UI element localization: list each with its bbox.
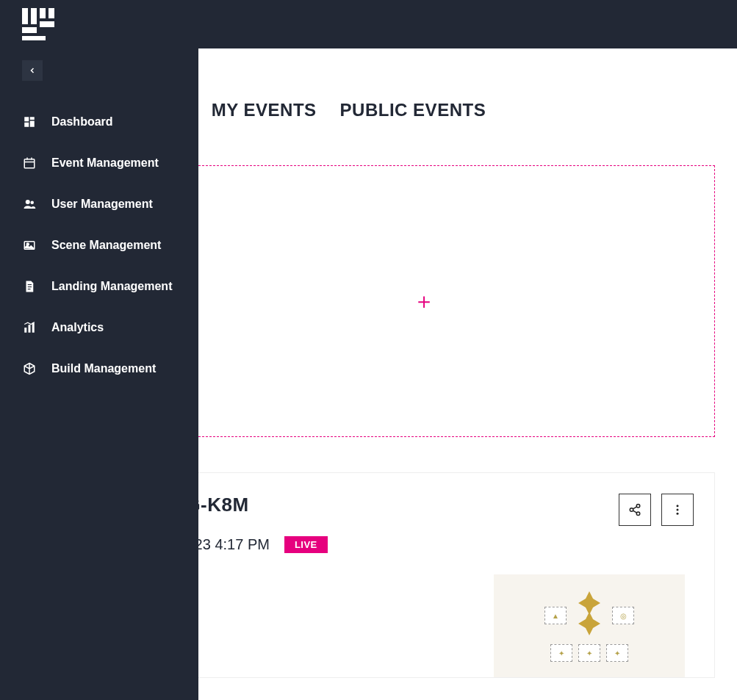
svg-rect-19 bbox=[24, 159, 35, 168]
sidebar: Dashboard Event Management User Manageme… bbox=[0, 48, 198, 700]
svg-line-10 bbox=[633, 507, 636, 509]
sidebar-item-build-management[interactable]: Build Management bbox=[0, 348, 198, 389]
svg-rect-29 bbox=[28, 289, 31, 289]
event-card: TING-K8M 0th 2023 4:17 PM LIVE bbox=[132, 472, 715, 678]
more-button[interactable] bbox=[661, 494, 694, 526]
live-badge: LIVE bbox=[284, 536, 328, 553]
tabs: TINGS MY EVENTS PUBLIC EVENTS bbox=[132, 100, 737, 129]
sidebar-item-event-management[interactable]: Event Management bbox=[0, 142, 198, 184]
svg-rect-3 bbox=[48, 8, 54, 18]
tab-my-events[interactable]: MY EVENTS bbox=[212, 100, 317, 129]
event-card-actions bbox=[619, 494, 694, 526]
sidebar-item-label: Landing Management bbox=[51, 280, 172, 293]
svg-rect-18 bbox=[24, 123, 29, 127]
svg-rect-4 bbox=[40, 21, 54, 27]
svg-point-7 bbox=[636, 505, 640, 508]
svg-rect-30 bbox=[24, 328, 26, 333]
svg-point-8 bbox=[630, 508, 633, 512]
event-thumbnail-graphic: ▲ ◎ ✦ ✦ ✦ bbox=[544, 590, 634, 662]
analytics-icon bbox=[22, 320, 37, 335]
document-icon bbox=[22, 279, 37, 294]
svg-rect-15 bbox=[24, 117, 29, 121]
sidebar-item-dashboard[interactable]: Dashboard bbox=[0, 101, 198, 142]
sidebar-item-label: Dashboard bbox=[51, 115, 113, 129]
sidebar-item-label: User Management bbox=[51, 198, 153, 211]
cube-icon bbox=[22, 361, 37, 376]
event-meta: 0th 2023 4:17 PM LIVE bbox=[154, 536, 694, 553]
plus-icon: ＋ bbox=[413, 286, 435, 317]
share-button[interactable] bbox=[619, 494, 651, 526]
event-preview: ▲ ◎ ✦ ✦ ✦ bbox=[494, 574, 685, 677]
sidebar-item-label: Build Management bbox=[51, 362, 156, 375]
svg-rect-2 bbox=[40, 8, 46, 18]
svg-rect-28 bbox=[28, 286, 32, 287]
sidebar-item-label: Event Management bbox=[51, 156, 159, 170]
create-event-card[interactable]: ＋ bbox=[132, 165, 715, 437]
dashboard-icon bbox=[22, 115, 37, 129]
image-icon bbox=[22, 238, 37, 253]
sidebar-collapse-button[interactable] bbox=[22, 60, 43, 81]
app-logo bbox=[22, 8, 54, 40]
sidebar-item-landing-management[interactable]: Landing Management bbox=[0, 266, 198, 307]
svg-rect-27 bbox=[28, 284, 32, 285]
sidebar-item-scene-management[interactable]: Scene Management bbox=[0, 225, 198, 266]
svg-rect-1 bbox=[31, 8, 37, 24]
svg-rect-5 bbox=[22, 27, 37, 33]
svg-point-13 bbox=[677, 509, 679, 511]
users-icon bbox=[22, 197, 37, 212]
svg-rect-32 bbox=[32, 322, 35, 333]
svg-line-11 bbox=[633, 510, 636, 513]
svg-point-9 bbox=[636, 512, 640, 516]
svg-rect-31 bbox=[29, 325, 31, 333]
svg-rect-0 bbox=[22, 8, 28, 24]
chevron-left-icon bbox=[28, 66, 37, 75]
sidebar-item-label: Scene Management bbox=[51, 239, 161, 252]
svg-rect-6 bbox=[22, 36, 46, 40]
sidebar-item-analytics[interactable]: Analytics bbox=[0, 307, 198, 348]
topbar bbox=[0, 0, 737, 48]
svg-point-24 bbox=[31, 201, 35, 205]
share-icon bbox=[628, 503, 641, 516]
svg-point-14 bbox=[677, 513, 679, 515]
svg-point-12 bbox=[677, 505, 679, 507]
svg-rect-17 bbox=[30, 121, 35, 127]
sidebar-item-user-management[interactable]: User Management bbox=[0, 184, 198, 225]
sidebar-nav: Dashboard Event Management User Manageme… bbox=[0, 101, 198, 389]
svg-point-23 bbox=[26, 200, 30, 204]
tab-public-events[interactable]: PUBLIC EVENTS bbox=[340, 100, 486, 129]
calendar-icon bbox=[22, 156, 37, 170]
svg-rect-16 bbox=[30, 117, 35, 120]
event-card-header: TING-K8M bbox=[154, 494, 694, 526]
sidebar-item-label: Analytics bbox=[51, 321, 104, 334]
more-vertical-icon bbox=[671, 503, 684, 516]
